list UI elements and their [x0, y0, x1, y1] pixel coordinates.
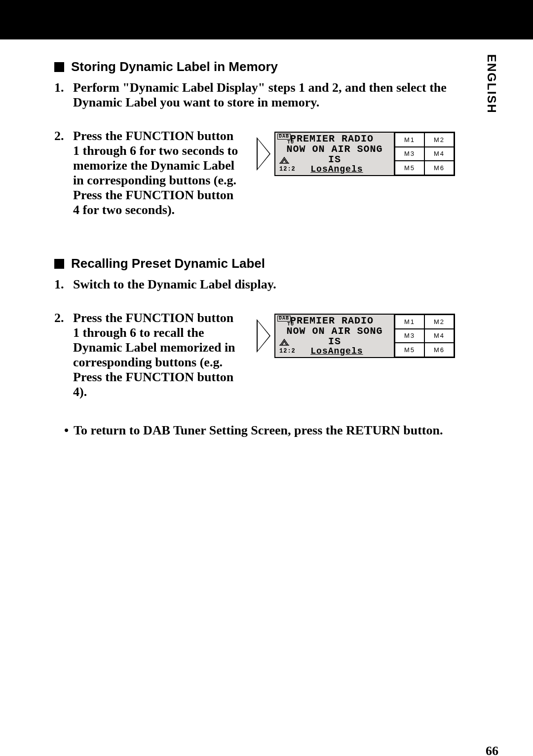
- section2-step1: 1. Switch to the Dynamic Label display.: [54, 277, 479, 292]
- section1-step1: 1. Perform "Dynamic Label Display" steps…: [54, 80, 479, 110]
- lcd-line2: NOW ON AIR SONG: [277, 144, 392, 154]
- language-tab: ENGLISH: [485, 54, 498, 114]
- lcd-frame: DAB TU PREMIER RADIO NOW ON AIR SONG IS …: [274, 132, 455, 176]
- memory-button-grid: M1 M2 M3 M4 M5 M6: [394, 315, 454, 357]
- lcd-clock: 12:2: [279, 348, 296, 355]
- memory-button-m4[interactable]: M4: [424, 329, 454, 343]
- section1-step2-row: 2. Press the FUNCTION button 1 through 6…: [54, 129, 479, 221]
- note-text: To return to DAB Tuner Setting Screen, p…: [74, 423, 443, 438]
- lcd-line4-row: 12:2 LosAngels: [277, 347, 392, 357]
- header-black-band: [0, 0, 533, 39]
- page-content: ENGLISH Storing Dynamic Label in Memory …: [0, 39, 533, 756]
- memory-button-m3[interactable]: M3: [395, 329, 424, 343]
- memory-button-m5[interactable]: M5: [395, 161, 424, 175]
- lcd-line1: PREMIER RADIO: [277, 134, 392, 144]
- step-text: Switch to the Dynamic Label display.: [73, 277, 479, 292]
- memory-button-m5[interactable]: M5: [395, 343, 424, 357]
- page-number: 66: [486, 744, 498, 756]
- section1-heading-text: Storing Dynamic Label in Memory: [71, 59, 278, 74]
- dab-badge: DAB: [277, 134, 291, 140]
- section2-step2: 2. Press the FUNCTION button 1 through 6…: [54, 311, 242, 399]
- antenna-icon: [278, 337, 290, 346]
- step-number: 1.: [54, 80, 68, 95]
- lcd-frame: DAB TU PREMIER RADIO NOW ON AIR SONG IS …: [274, 314, 455, 358]
- memory-button-m4[interactable]: M4: [424, 147, 454, 161]
- section1-step2: 2. Press the FUNCTION button 1 through 6…: [54, 129, 242, 217]
- lcd-line4: LosAngels: [296, 347, 378, 356]
- device-display-1: DAB TU PREMIER RADIO NOW ON AIR SONG IS …: [257, 132, 479, 176]
- memory-button-m1[interactable]: M1: [395, 315, 424, 329]
- memory-button-m2[interactable]: M2: [424, 315, 454, 329]
- play-triangle-icon: [257, 319, 270, 353]
- antenna-icon: [278, 155, 290, 164]
- dab-badge: DAB: [277, 316, 291, 322]
- memory-button-m1[interactable]: M1: [395, 133, 424, 147]
- dab-badge-sub: TU: [287, 140, 294, 145]
- lcd-clock: 12:2: [279, 166, 296, 173]
- memory-button-m3[interactable]: M3: [395, 147, 424, 161]
- lcd-line4-row: 12:2 LosAngels: [277, 165, 392, 175]
- play-triangle-icon: [257, 137, 270, 171]
- memory-button-m6[interactable]: M6: [424, 343, 454, 357]
- section1-heading: Storing Dynamic Label in Memory: [54, 59, 479, 74]
- step-text: Press the FUNCTION button 1 through 6 fo…: [73, 129, 242, 217]
- device-display-2: DAB TU PREMIER RADIO NOW ON AIR SONG IS …: [257, 314, 479, 358]
- step-number: 1.: [54, 277, 68, 292]
- section2-heading: Recalling Preset Dynamic Label: [54, 256, 479, 271]
- dab-badge-sub: TU: [287, 322, 294, 327]
- step-text: Perform "Dynamic Label Display" steps 1 …: [73, 80, 479, 110]
- return-note: • To return to DAB Tuner Setting Screen,…: [54, 423, 479, 438]
- section2-heading-text: Recalling Preset Dynamic Label: [71, 256, 265, 271]
- section2-step2-row: 2. Press the FUNCTION button 1 through 6…: [54, 311, 479, 403]
- lcd-line4: LosAngels: [296, 165, 378, 174]
- lcd-screen: DAB TU PREMIER RADIO NOW ON AIR SONG IS …: [275, 315, 394, 357]
- memory-button-m6[interactable]: M6: [424, 161, 454, 175]
- lcd-line2: NOW ON AIR SONG: [277, 326, 392, 336]
- lcd-line3: IS: [277, 336, 392, 347]
- bullet-icon: •: [64, 423, 69, 438]
- lcd-line1: PREMIER RADIO: [277, 316, 392, 326]
- memory-button-grid: M1 M2 M3 M4 M5 M6: [394, 133, 454, 175]
- step-number: 2.: [54, 129, 68, 144]
- lcd-screen: DAB TU PREMIER RADIO NOW ON AIR SONG IS …: [275, 133, 394, 175]
- step-number: 2.: [54, 311, 68, 325]
- step-text: Press the FUNCTION button 1 through 6 to…: [73, 311, 242, 399]
- lcd-line3: IS: [277, 154, 392, 165]
- memory-button-m2[interactable]: M2: [424, 133, 454, 147]
